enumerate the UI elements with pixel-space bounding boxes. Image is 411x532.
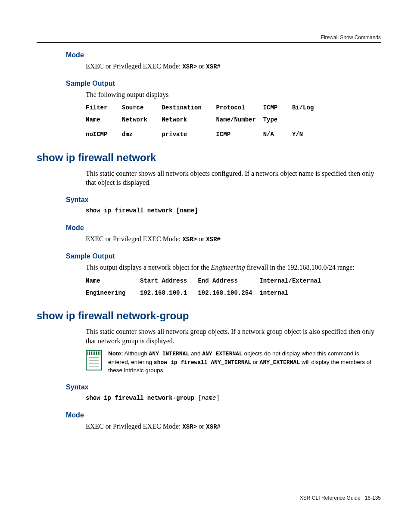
sample-intro-em: Engineering	[211, 264, 245, 271]
heading-mode: Mode	[66, 411, 381, 419]
syntax-bracket-close: ]	[194, 207, 198, 214]
note-code-any-external-2: ANY_EXTERNAL	[260, 359, 300, 366]
mode-prefix: EXEC or Privileged EXEC Mode:	[86, 235, 182, 243]
page-footer: XSR CLI Reference Guide 16-135	[37, 495, 381, 501]
mode-or: or	[197, 62, 206, 70]
syntax-line-network-group: show ip firewall network-group [name]	[86, 394, 381, 403]
sample-output-intro: This output displays a network object fo…	[86, 263, 381, 272]
note-block: Note: Although ANY_INTERNAL and ANY_EXTE…	[86, 350, 381, 374]
mode-prompt-1: XSR>	[182, 236, 197, 243]
command-desc-network-group: This static counter shows all network gr…	[86, 327, 381, 345]
mode-text: EXEC or Privileged EXEC Mode: XSR> or XS…	[86, 234, 381, 244]
heading-sample-output: Sample Output	[66, 252, 381, 260]
syntax-bracket-close: ]	[216, 395, 219, 401]
mode-text: EXEC or Privileged EXEC Mode: XSR> or XS…	[86, 62, 381, 71]
mode-prompt-1: XSR>	[182, 423, 197, 430]
note-t4: or	[251, 359, 260, 365]
mode-prefix: EXEC or Privileged EXEC Mode:	[86, 62, 182, 70]
sample-intro-pre: This output displays a network object fo…	[86, 264, 211, 271]
footer-guide: XSR CLI Reference Guide	[300, 495, 361, 501]
network-table-row: Engineering 192.168.100.1 192.168.100.25…	[86, 289, 381, 298]
note-t1: Although	[123, 350, 149, 357]
heading-mode: Mode	[66, 224, 381, 232]
mode-prefix: EXEC or Privileged EXEC Mode:	[86, 423, 182, 430]
note-code-cmd: show ip firewall ANY_INTERNAL	[154, 359, 251, 366]
syntax-cmd: show ip firewall network-group	[86, 395, 194, 401]
mode-prompt-2: XSR#	[206, 423, 221, 430]
document-page: Firewall Show Commands Mode EXEC or Priv…	[0, 0, 411, 532]
note-code-any-internal: ANY_INTERNAL	[149, 351, 190, 357]
mode-prompt-2: XSR#	[206, 236, 221, 243]
note-t2: and	[189, 350, 202, 357]
sample-output-intro: The following output displays	[86, 90, 381, 100]
syntax-bracket-open: [	[194, 395, 202, 401]
note-code-any-external: ANY_EXTERNAL	[202, 351, 243, 357]
mode-prompt-1: XSR>	[182, 63, 197, 70]
heading-sample-output: Sample Output	[66, 80, 381, 87]
heading-syntax: Syntax	[66, 383, 381, 391]
syntax-bracket-open: [	[173, 207, 180, 214]
command-title-network: show ip firewall network	[37, 152, 381, 164]
syntax-cmd: show ip firewall network	[86, 207, 173, 214]
mode-text: EXEC or Privileged EXEC Mode: XSR> or XS…	[86, 422, 381, 431]
syntax-arg-name: name	[180, 207, 194, 214]
sample-intro-post: firewall in the 192.168.100.0/24 range:	[245, 264, 355, 271]
command-desc-network: This static counter shows all network ob…	[86, 169, 381, 187]
mode-or: or	[197, 235, 206, 243]
filter-table-row: noICMP dmz private ICMP N/A Y/N	[86, 130, 381, 140]
note-label: Note:	[108, 350, 123, 357]
syntax-line-network: show ip firewall network [name]	[86, 206, 381, 216]
heading-mode: Mode	[66, 51, 381, 59]
command-title-network-group: show ip firewall network-group	[37, 310, 381, 322]
filter-table-header-row2: Name Network Network Name/Number Type	[86, 115, 381, 125]
note-text: Note: Although ANY_INTERNAL and ANY_EXTE…	[108, 350, 381, 374]
mode-or: or	[197, 423, 206, 430]
network-table-header: Name Start Address End Address Internal/…	[86, 277, 381, 286]
note-icon	[86, 350, 102, 370]
footer-page-number: 16-135	[365, 495, 381, 501]
filter-table-header-row1: Filter Source Destination Protocol ICMP …	[86, 103, 381, 113]
heading-syntax: Syntax	[66, 196, 381, 204]
running-header: Firewall Show Commands	[37, 34, 381, 43]
mode-prompt-2: XSR#	[206, 63, 221, 70]
syntax-arg-name: name	[202, 395, 216, 401]
